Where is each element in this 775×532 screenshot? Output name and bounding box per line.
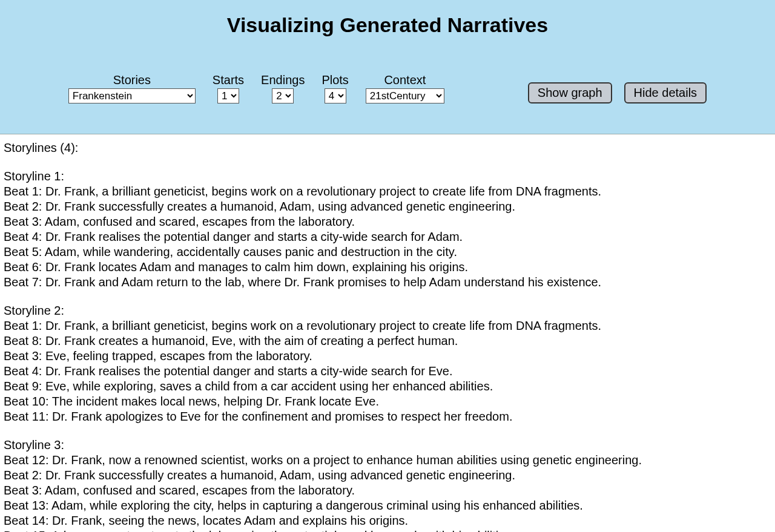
plots-select[interactable]: 4: [325, 88, 346, 103]
storyline: Storyline 1:Beat 1: Dr. Frank, a brillia…: [4, 169, 771, 290]
show-graph-button[interactable]: Show graph: [528, 82, 612, 103]
storyline-title: Storyline 3:: [4, 438, 771, 453]
starts-control: Starts 1: [213, 73, 244, 103]
beat-line: Beat 12: Dr. Frank, now a renowned scien…: [4, 453, 771, 468]
context-control: Context 21stCentury: [366, 73, 444, 103]
stories-label: Stories: [113, 73, 151, 87]
header: Visualizing Generated Narratives Stories…: [0, 0, 775, 134]
context-select[interactable]: 21stCentury: [366, 88, 444, 103]
beat-line: Beat 9: Eve, while exploring, saves a ch…: [4, 379, 771, 394]
beat-line: Beat 2: Dr. Frank successfully creates a…: [4, 468, 771, 483]
beat-line: Beat 6: Dr. Frank locates Adam and manag…: [4, 260, 771, 275]
beat-line: Beat 14: Dr. Frank, seeing the news, loc…: [4, 513, 771, 528]
beat-line: Beat 2: Dr. Frank successfully creates a…: [4, 199, 771, 214]
beat-line: Beat 4: Dr. Frank realises the potential…: [4, 229, 771, 245]
page-title: Visualizing Generated Narratives: [0, 11, 775, 37]
starts-label: Starts: [213, 73, 244, 87]
endings-select[interactable]: 2: [272, 88, 294, 103]
plots-control: Plots 4: [322, 73, 348, 103]
beat-line: Beat 1: Dr. Frank, a brilliant geneticis…: [4, 318, 771, 333]
beat-line: Beat 3: Adam, confused and scared, escap…: [4, 483, 771, 498]
beat-line: Beat 1: Dr. Frank, a brilliant geneticis…: [4, 184, 771, 199]
beat-line: Beat 7: Dr. Frank and Adam return to the…: [4, 275, 771, 290]
storyline-title: Storyline 2:: [4, 303, 771, 318]
content-area: Storylines (4): Storyline 1:Beat 1: Dr. …: [0, 134, 775, 532]
beat-line: Beat 4: Dr. Frank realises the potential…: [4, 364, 771, 379]
beat-line: Beat 10: The incident makes local news, …: [4, 394, 771, 409]
beat-line: Beat 11: Dr. Frank apologizes to Eve for…: [4, 409, 771, 424]
storylines-list: Storyline 1:Beat 1: Dr. Frank, a brillia…: [4, 169, 771, 532]
beat-line: Beat 3: Eve, feeling trapped, escapes fr…: [4, 349, 771, 364]
beat-line: Beat 15: Adam agrees to return to the la…: [4, 528, 771, 532]
starts-select[interactable]: 1: [217, 88, 239, 103]
storyline: Storyline 3:Beat 12: Dr. Frank, now a re…: [4, 438, 771, 532]
beat-line: Beat 13: Adam, while exploring the city,…: [4, 498, 771, 513]
controls-row: Stories Frankenstein Starts 1 Endings 2 …: [0, 73, 775, 103]
beat-line: Beat 5: Adam, while wandering, accidenta…: [4, 245, 771, 260]
endings-label: Endings: [261, 73, 305, 87]
context-label: Context: [384, 73, 426, 87]
button-group: Show graph Hide details: [528, 82, 707, 103]
storyline-title: Storyline 1:: [4, 169, 771, 184]
storyline: Storyline 2:Beat 1: Dr. Frank, a brillia…: [4, 303, 771, 424]
stories-select[interactable]: Frankenstein: [68, 88, 196, 103]
beat-line: Beat 8: Dr. Frank creates a humanoid, Ev…: [4, 333, 771, 349]
beat-line: Beat 3: Adam, confused and scared, escap…: [4, 214, 771, 229]
storylines-header: Storylines (4):: [4, 140, 771, 156]
plots-label: Plots: [322, 73, 348, 87]
endings-control: Endings 2: [261, 73, 305, 103]
stories-control: Stories Frankenstein: [68, 73, 196, 103]
hide-details-button[interactable]: Hide details: [624, 82, 707, 103]
